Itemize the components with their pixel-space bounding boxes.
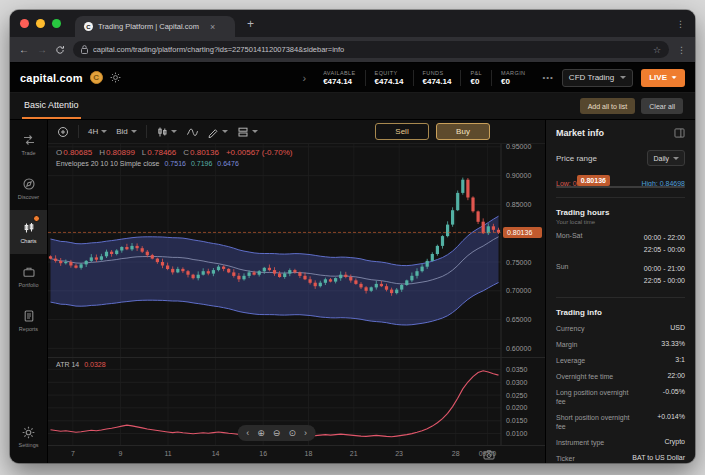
time-axis-label: 21 (350, 450, 358, 457)
browser-menu-icon[interactable]: ⋮ (677, 45, 686, 55)
range-period-label: Daily (653, 155, 669, 162)
add-symbol-icon[interactable] (57, 126, 69, 138)
info-label: Overnight fee time (556, 372, 613, 381)
bookmark-star-icon[interactable]: ☆ (653, 45, 661, 55)
envelopes-name: Envelopes 20 10 10 Simple close (56, 160, 160, 167)
screenshot-camera-icon[interactable] (483, 449, 495, 460)
layers-icon (237, 126, 249, 138)
sidebar-item-discover[interactable]: Discover (10, 166, 47, 210)
notification-badge (33, 215, 40, 222)
stat-value: €0 (501, 77, 525, 86)
slider-track (556, 186, 685, 188)
indicators-icon (186, 126, 198, 138)
hours-time: 22:05 - 00:00 (644, 277, 685, 284)
collapse-balances-icon[interactable]: › (302, 72, 306, 84)
price-type-select[interactable]: Bid (116, 127, 137, 136)
add-all-to-list-button[interactable]: Add all to list (580, 98, 636, 114)
info-row-instrument-type: Instrument type Crypto (556, 438, 685, 447)
trading-hours-row: Sun 00:00 - 21:00 22:05 - 00:00 (556, 263, 685, 287)
panel-toggle-icon[interactable] (674, 128, 685, 138)
atr-legend[interactable]: ATR 14 0.0328 (56, 361, 106, 368)
local-time-note: Your local time (556, 219, 685, 225)
info-label: Currency (556, 324, 584, 333)
lock-icon (81, 45, 88, 54)
stat-pnl: P&L €0 (460, 70, 491, 86)
sidebar-item-charts[interactable]: Charts (10, 210, 47, 254)
current-price-badge: 0.80136 (577, 175, 610, 186)
svg-text:0.65000: 0.65000 (506, 316, 531, 323)
settings-gear-icon (22, 426, 35, 439)
back-icon[interactable]: ← (19, 45, 29, 55)
chart-layout-button[interactable] (237, 126, 258, 138)
envelopes-legend[interactable]: Envelopes 20 10 10 Simple close 0.7516 0… (56, 160, 239, 167)
range-period-select[interactable]: Daily (647, 150, 685, 166)
minimize-window-button[interactable] (36, 19, 45, 28)
chevron-down-icon (252, 130, 258, 133)
account-mode-select[interactable]: CFD Trading (562, 69, 633, 87)
info-value: 33.33% (661, 340, 685, 347)
zoom-in-icon[interactable]: ⊕ (257, 429, 265, 438)
sidebar-item-settings[interactable]: Settings (10, 415, 47, 459)
sidebar-item-label: Discover (18, 194, 39, 200)
stat-available: AVAILABLE €474.14 (314, 70, 364, 86)
zoom-out-icon[interactable]: ⊖ (273, 429, 281, 438)
scroll-right-icon[interactable]: › (304, 429, 307, 438)
trade-icon (22, 133, 36, 147)
stat-value: €474.14 (375, 77, 404, 86)
svg-text:0.70000: 0.70000 (506, 287, 531, 294)
svg-text:0.0300: 0.0300 (506, 379, 528, 386)
sidebar-item-label: Portfolio (18, 282, 38, 288)
reload-icon[interactable] (55, 45, 65, 55)
close-window-button[interactable] (20, 19, 29, 28)
toolbar-separator (78, 125, 79, 138)
svg-text:0.90000: 0.90000 (506, 172, 531, 179)
ohlc-high-value: 0.80899 (106, 148, 135, 157)
browser-tab[interactable]: C Trading Platform | Capital.com × (75, 16, 235, 37)
timeframe-select[interactable]: 4H (88, 127, 107, 136)
price-chart-canvas[interactable]: 0.600000.650000.700000.750000.850000.900… (48, 144, 545, 357)
sell-button[interactable]: Sell (375, 123, 429, 140)
scroll-left-icon[interactable]: ‹ (246, 429, 249, 438)
ohlc-change-value: +0.00567 (-0.70%) (226, 148, 293, 157)
envelopes-basis-value: 0.7196 (191, 160, 212, 167)
info-row-margin: Margin 33.33% (556, 340, 685, 349)
desktop-background: C Trading Platform | Capital.com × + ⋮ ←… (0, 0, 705, 475)
capital-logo[interactable]: capital.com (20, 72, 83, 84)
stat-label: AVAILABLE (323, 70, 355, 76)
ohlc-close-value: 0.80136 (190, 148, 219, 157)
time-axis-label: 9 (119, 450, 123, 457)
left-nav-sidebar: Trade Discover Charts Portfolio R (10, 120, 48, 463)
svg-text:0.80136: 0.80136 (507, 229, 532, 236)
sidebar-item-reports[interactable]: Reports (10, 298, 47, 342)
candle-type-icon (156, 126, 168, 138)
address-bar[interactable]: capital.com/trading/platform/charting?id… (73, 41, 669, 58)
gear-icon[interactable] (110, 72, 121, 83)
sidebar-item-portfolio[interactable]: Portfolio (10, 254, 47, 298)
chart-type-select[interactable] (156, 126, 177, 138)
titlebar-menu-icon[interactable]: ⋮ (676, 19, 685, 29)
sidebar-item-label: Charts (20, 238, 36, 244)
sidebar-item-trade[interactable]: Trade (10, 122, 47, 166)
live-account-button[interactable]: LIVE (641, 69, 685, 87)
svg-text:0.75000: 0.75000 (506, 259, 531, 266)
clear-all-label: Clear all (649, 103, 675, 110)
buy-button[interactable]: Buy (436, 123, 490, 140)
svg-text:0.60000: 0.60000 (506, 345, 531, 352)
close-tab-icon[interactable]: × (210, 22, 215, 32)
svg-text:0.95000: 0.95000 (506, 144, 531, 150)
chevron-down-icon (101, 130, 107, 133)
account-balances: AVAILABLE €474.14 EQUITY €474.14 FUNDS €… (314, 70, 534, 86)
info-value: 3:1 (675, 356, 685, 363)
watchlist-tab-basic-attention[interactable]: Basic Attentio (22, 93, 81, 119)
clear-all-button[interactable]: Clear all (641, 98, 683, 114)
forward-icon[interactable]: → (37, 45, 47, 55)
more-options-icon[interactable]: ••• (542, 73, 553, 82)
drawing-tools-button[interactable] (207, 126, 228, 138)
fullscreen-window-button[interactable] (52, 19, 61, 28)
live-label: LIVE (649, 73, 667, 82)
indicators-button[interactable] (186, 126, 198, 138)
time-axis[interactable]: 791114161821232809:00 (48, 445, 545, 463)
new-tab-button[interactable]: + (247, 17, 254, 31)
reset-view-icon[interactable]: ⊙ (288, 429, 296, 438)
info-value: USD (670, 324, 685, 331)
